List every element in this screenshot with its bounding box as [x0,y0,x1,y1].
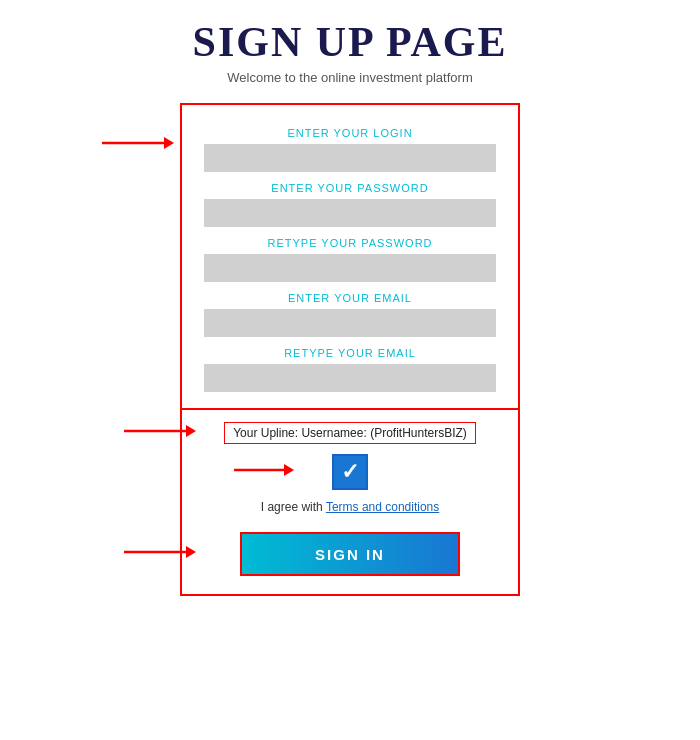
login-input[interactable] [204,144,496,172]
signin-button-wrap: SIGN IN [204,532,496,576]
upline-arrow-icon [124,420,196,442]
login-label: ENTER YOUR LOGIN [204,127,496,139]
password-field-group: ENTER YOUR PASSWORD [204,182,496,229]
form-arrow [102,132,174,154]
password-label: ENTER YOUR PASSWORD [204,182,496,194]
svg-marker-7 [186,546,196,558]
bottom-section: Your Upline: Usernamee: (ProfitHuntersBI… [180,410,520,596]
signin-button[interactable]: SIGN IN [240,532,460,576]
checkbox-arrow [234,459,294,485]
page-subtitle: Welcome to the online investment platfor… [227,70,472,85]
agree-checkbox[interactable]: ✓ [332,454,368,490]
svg-marker-3 [186,425,196,437]
terms-link[interactable]: Terms and conditions [326,500,439,514]
svg-marker-5 [284,464,294,476]
email-label: ENTER YOUR EMAIL [204,292,496,304]
checkbox-arrow-icon [234,459,294,481]
retype-password-input[interactable] [204,254,496,282]
svg-marker-1 [164,137,174,149]
signup-form: ENTER YOUR LOGIN ENTER YOUR PASSWORD RET… [180,103,520,410]
retype-email-field-group: RETYPE YOUR EMAIL [204,347,496,394]
signin-arrow [124,541,196,567]
checkmark-icon: ✓ [341,461,359,483]
signin-arrow-icon [124,541,196,563]
upline-row: Your Upline: Usernamee: (ProfitHuntersBI… [204,422,496,444]
email-field-group: ENTER YOUR EMAIL [204,292,496,339]
upline-text: Your Upline: Usernamee: (ProfitHuntersBI… [233,426,467,440]
retype-email-label: RETYPE YOUR EMAIL [204,347,496,359]
password-input[interactable] [204,199,496,227]
retype-password-label: RETYPE YOUR PASSWORD [204,237,496,249]
retype-email-input[interactable] [204,364,496,392]
page-wrapper: SIGN UP PAGE Welcome to the online inves… [0,0,700,740]
login-field-group: ENTER YOUR LOGIN [204,127,496,174]
upline-box: Your Upline: Usernamee: (ProfitHuntersBI… [224,422,476,444]
terms-row: I agree with Terms and conditions [204,500,496,514]
arrow-icon [102,132,174,154]
upline-arrow [124,420,196,446]
agree-text: I agree with [261,500,326,514]
form-container: ENTER YOUR LOGIN ENTER YOUR PASSWORD RET… [180,103,520,596]
retype-password-field-group: RETYPE YOUR PASSWORD [204,237,496,284]
page-title: SIGN UP PAGE [193,18,508,66]
email-input[interactable] [204,309,496,337]
checkbox-row: ✓ [204,454,496,490]
